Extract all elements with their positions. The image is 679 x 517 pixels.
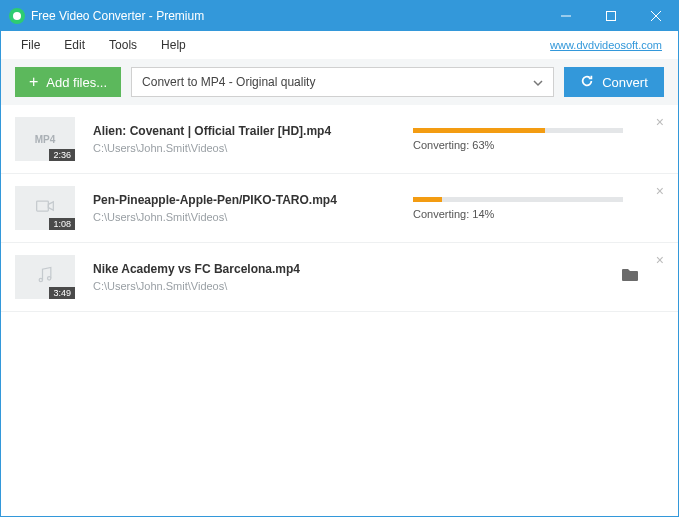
file-name: Alien: Covenant | Official Trailer [HD].… [93,124,393,138]
progress-bar [413,197,623,202]
menu-help[interactable]: Help [149,38,198,52]
convert-label: Convert [602,75,648,90]
duration-badge: 3:49 [49,287,75,299]
svg-point-8 [48,277,51,280]
svg-point-7 [39,278,42,281]
thumbnail: MP4 2:36 [15,117,75,161]
website-link[interactable]: www.dvdvideosoft.com [550,39,662,51]
add-files-button[interactable]: + Add files... [15,67,121,97]
format-label: Convert to MP4 - Original quality [142,75,315,89]
svg-rect-2 [606,12,615,21]
svg-marker-6 [48,202,53,210]
file-list: MP4 2:36 Alien: Covenant | Official Trai… [1,105,678,312]
convert-button[interactable]: Convert [564,67,664,97]
plus-icon: + [29,73,38,91]
file-info: Alien: Covenant | Official Trailer [HD].… [93,124,393,154]
maximize-button[interactable] [588,1,633,31]
titlebar: Free Video Converter - Premium [1,1,678,31]
file-name: Nike Academy vs FC Barcelona.mp4 [93,262,393,276]
file-row[interactable]: 3:49 Nike Academy vs FC Barcelona.mp4 C:… [1,243,678,312]
file-row[interactable]: MP4 2:36 Alien: Covenant | Official Trai… [1,105,678,174]
svg-point-0 [13,12,21,20]
progress-bar [413,128,623,133]
progress-area: Converting: 63% [393,128,664,151]
menu-file[interactable]: File [9,38,52,52]
menu-tools[interactable]: Tools [97,38,149,52]
remove-file-button[interactable]: × [656,115,664,129]
progress-status: Converting: 14% [413,208,664,220]
refresh-icon [580,74,594,91]
menubar: File Edit Tools Help www.dvdvideosoft.co… [1,31,678,59]
toolbar: + Add files... Convert to MP4 - Original… [1,59,678,105]
file-row[interactable]: 1:08 Pen-Pineapple-Apple-Pen/PIKO-TARO.m… [1,174,678,243]
file-info: Pen-Pineapple-Apple-Pen/PIKO-TARO.mp4 C:… [93,193,393,223]
file-info: Nike Academy vs FC Barcelona.mp4 C:\User… [93,262,393,292]
duration-badge: 2:36 [49,149,75,161]
duration-badge: 1:08 [49,218,75,230]
minimize-button[interactable] [543,1,588,31]
folder-icon[interactable] [622,268,638,286]
menu-edit[interactable]: Edit [52,38,97,52]
music-icon [35,265,55,289]
window-controls [543,1,678,31]
file-path: C:\Users\John.Smit\Videos\ [93,142,393,154]
window-title: Free Video Converter - Premium [31,9,543,23]
remove-file-button[interactable]: × [656,253,664,267]
progress-status: Converting: 63% [413,139,664,151]
add-files-label: Add files... [46,75,107,90]
file-name: Pen-Pineapple-Apple-Pen/PIKO-TARO.mp4 [93,193,393,207]
file-path: C:\Users\John.Smit\Videos\ [93,280,393,292]
remove-file-button[interactable]: × [656,184,664,198]
app-icon [9,8,25,24]
thumb-format-label: MP4 [35,134,56,145]
chevron-down-icon [533,77,543,87]
format-dropdown[interactable]: Convert to MP4 - Original quality [131,67,554,97]
video-icon [35,196,55,220]
progress-fill [413,128,545,133]
progress-fill [413,197,442,202]
thumbnail: 1:08 [15,186,75,230]
file-path: C:\Users\John.Smit\Videos\ [93,211,393,223]
thumbnail: 3:49 [15,255,75,299]
close-button[interactable] [633,1,678,31]
svg-rect-5 [37,201,49,211]
progress-area: Converting: 14% [393,197,664,220]
